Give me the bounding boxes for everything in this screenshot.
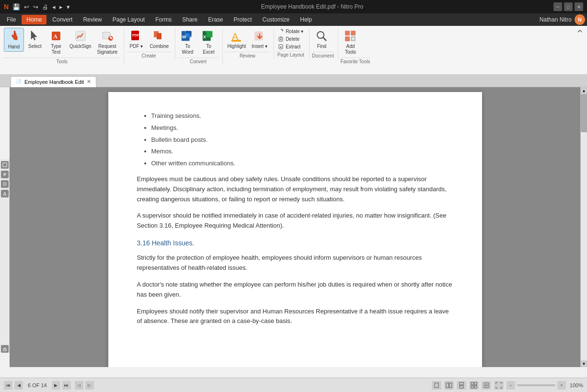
highlight-btn[interactable]: A Highlight (225, 28, 248, 51)
menu-help[interactable]: Help (295, 15, 317, 24)
menu-file[interactable]: File (2, 15, 21, 24)
type-text-btn[interactable]: A TypeText (46, 28, 66, 57)
menu-forms[interactable]: Forms (150, 15, 176, 24)
combine-btn[interactable]: Combine (147, 28, 171, 51)
single-page-view-btn[interactable] (432, 381, 441, 390)
ribbon-collapse[interactable] (576, 28, 585, 35)
insert-btn[interactable]: Insert ▾ (249, 28, 270, 51)
content-area[interactable]: Training sessions. Meetings. Bulletin bo… (10, 87, 580, 367)
svg-rect-14 (207, 31, 213, 37)
bullet-item-3: Bulletin board posts. (151, 135, 453, 145)
last-page-btn[interactable]: ⏭ (62, 381, 71, 390)
insert-label: Insert ▾ (252, 44, 267, 49)
review-group-label: Review (225, 52, 270, 58)
convert-group-label: Convert (177, 58, 219, 64)
svg-rect-2 (76, 31, 85, 41)
zoom-in-btn[interactable]: + (557, 381, 566, 390)
insert-icon (253, 29, 266, 43)
pdf-btn[interactable]: PDF PDF ▾ (126, 28, 146, 51)
to-word-label: ToWord (182, 44, 194, 55)
paragraph-4: A doctor's note stating whether the empl… (137, 280, 453, 300)
scroll-thumb[interactable] (581, 94, 587, 132)
minimize-btn[interactable]: ─ (553, 2, 562, 11)
zoom-slider[interactable] (517, 384, 555, 386)
menu-review[interactable]: Review (78, 15, 106, 24)
close-btn[interactable]: ✕ (575, 2, 583, 11)
svg-rect-19 (279, 37, 283, 41)
prev-page-btn[interactable]: ◀ (14, 381, 23, 390)
to-excel-btn[interactable]: X ToExcel (198, 28, 219, 57)
scroll-down-btn[interactable]: ▼ (581, 360, 587, 367)
request-signature-btn[interactable]: ✎ RequestSignature (95, 28, 120, 57)
svg-point-40 (485, 384, 487, 386)
delete-btn[interactable]: Delete (276, 35, 305, 42)
title-bar-left: N 💾 ↩ ↪ 🖨 ◂ ▸ ▾ (4, 3, 71, 11)
menu-page-layout[interactable]: Page Layout (108, 15, 150, 24)
menu-customize[interactable]: Customize (258, 15, 295, 24)
svg-text:W: W (182, 35, 186, 39)
maximize-btn[interactable]: □ (564, 2, 573, 11)
thumbnail-view-btn[interactable] (482, 381, 491, 390)
select-tool-btn[interactable]: Select (25, 28, 45, 51)
quicksign-btn[interactable]: QuickSign (67, 28, 94, 51)
print-btn[interactable]: 🖨 (41, 3, 49, 11)
review-buttons: A Highlight Insert ▾ (225, 28, 270, 51)
two-page-view-btn[interactable] (444, 381, 454, 390)
panel-btn-2[interactable] (1, 171, 9, 178)
add-tools-btn[interactable]: AddTools (340, 28, 360, 57)
delete-label: Delete (286, 36, 299, 42)
find-btn[interactable]: Find (311, 28, 332, 51)
menu-protect[interactable]: Protect (229, 15, 257, 24)
tab-close-btn[interactable]: ✕ (87, 79, 91, 85)
page-layout-group-label: Page Layout (276, 51, 305, 58)
menu-erase[interactable]: Erase (203, 15, 228, 24)
tools-buttons: Hand Select A TypeText (4, 28, 120, 57)
next-page-btn[interactable]: ▶ (52, 381, 60, 390)
tab-employee-handbook[interactable]: 📄 Employee Handbook Edit ✕ (11, 76, 96, 87)
svg-text:X: X (203, 35, 207, 39)
section-title: 3.16 Health Issues. (137, 238, 453, 248)
panel-btn-1[interactable] (1, 161, 9, 169)
scroll-track[interactable] (581, 94, 587, 360)
forward-btn[interactable]: ▸ (58, 3, 64, 11)
panel-btn-lock[interactable] (1, 345, 9, 353)
to-word-btn[interactable]: W ToWord (177, 28, 197, 57)
menu-share[interactable]: Share (177, 15, 202, 24)
scroll-up-btn[interactable]: ▲ (581, 87, 587, 94)
first-page-btn[interactable]: ⏮ (4, 381, 12, 390)
user-avatar[interactable]: N (575, 14, 585, 25)
spread-view-btn[interactable] (469, 381, 479, 390)
select-label: Select (28, 44, 42, 49)
svg-rect-30 (435, 383, 438, 388)
ribbon: Hand Select A TypeText (0, 26, 587, 75)
zoom-out-btn[interactable]: − (506, 381, 515, 390)
tab-icon: 📄 (16, 79, 22, 84)
fullscreen-btn[interactable] (494, 381, 504, 390)
continuous-view-btn[interactable] (457, 381, 466, 390)
ribbon-group-page-layout: Rotate ▾ Delete Extract (274, 28, 310, 58)
extract-btn[interactable]: Extract (276, 43, 305, 50)
create-buttons: PDF PDF ▾ Combine (126, 28, 171, 51)
next-view-btn[interactable]: ▷ (85, 381, 94, 390)
redo-btn[interactable]: ↪ (32, 3, 39, 11)
document-buttons: Find (311, 28, 334, 51)
svg-rect-34 (460, 386, 463, 388)
undo-btn[interactable]: ↩ (23, 3, 30, 11)
highlight-label: Highlight (227, 44, 246, 49)
panel-btn-4[interactable] (1, 190, 9, 197)
save-btn[interactable]: 💾 (12, 3, 21, 11)
quicksign-icon (74, 29, 87, 43)
more-btn[interactable]: ▾ (66, 3, 71, 11)
document-group-label: Document (311, 52, 334, 58)
app-icon: N (4, 3, 9, 11)
rotate-btn[interactable]: Rotate ▾ (276, 28, 305, 35)
prev-view-btn[interactable]: ◁ (75, 381, 83, 390)
panel-btn-3[interactable] (1, 180, 9, 188)
quick-access-toolbar: 💾 ↩ ↪ 🖨 ◂ ▸ ▾ (12, 3, 71, 11)
menu-convert[interactable]: Convert (47, 15, 77, 24)
right-scrollbar[interactable]: ▲ ▼ (580, 87, 587, 367)
menu-home[interactable]: Home (22, 15, 46, 24)
hand-tool-btn[interactable]: Hand (4, 28, 24, 52)
back-btn[interactable]: ◂ (51, 3, 57, 11)
add-tools-icon (344, 29, 357, 43)
